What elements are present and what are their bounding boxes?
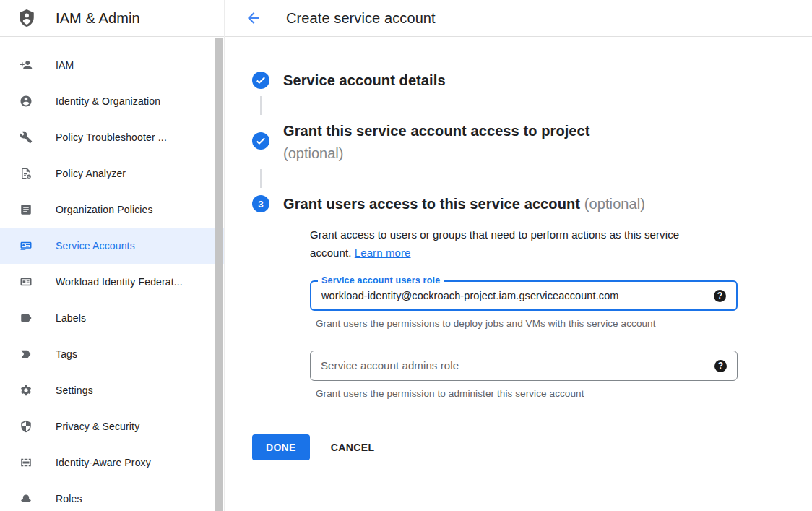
service-account-icon [20,239,33,252]
users-role-helper-text: Grant users the permissions to deploy jo… [316,318,812,329]
sidebar-item-label: IAM [56,59,74,71]
cancel-button[interactable]: CANCEL [331,434,375,460]
step-complete-check-icon [252,132,269,150]
gear-icon [20,384,33,397]
proxy-icon [20,456,33,469]
create-service-account-form: Service account details Grant this servi… [225,37,812,460]
step-grant-users-access: 3 Grant users access to this service acc… [252,194,812,214]
step-2-title: Grant this service account access to pro… [283,121,590,141]
sidebar-item-label: Organization Policies [56,204,153,215]
wrench-icon [20,131,33,144]
step-3-body: Grant access to users or groups that nee… [310,226,812,399]
sidebar-item-label: Privacy & Security [56,421,139,432]
sidebar-item-label: Policy Troubleshooter ... [56,132,167,143]
step-1-title: Service account details [283,70,446,90]
account-circle-icon [20,95,33,108]
step-3-number-badge: 3 [252,195,269,212]
iam-admin-shield-icon [17,8,36,28]
help-icon[interactable]: ? [714,360,727,372]
step-3-optional-label: (optional) [584,196,645,212]
service-account-users-role-field: Service account users role ? [310,280,738,311]
sidebar-item-label: Labels [56,312,86,324]
badge-card-icon [20,275,33,288]
sidebar: IAM & Admin IAMIdentity & OrganizationPo… [0,0,225,511]
sidebar-item-service-accounts[interactable]: Service Accounts [0,228,224,264]
sidebar-item-label: Service Accounts [56,240,135,252]
learn-more-link[interactable]: Learn more [355,246,411,259]
hat-icon [20,492,33,505]
shield-half-icon [20,420,33,433]
person-add-icon [20,59,33,72]
sidebar-item-policy-troubleshooter[interactable]: Policy Troubleshooter ... [0,119,224,155]
step-service-account-details: Service account details [252,70,812,90]
step-2-title-block: Grant this service account access to pro… [269,121,590,163]
sidebar-item-workload-identity-federation[interactable]: Workload Identity Federat... [0,264,224,300]
step-grant-project-access: Grant this service account access to pro… [252,121,812,163]
product-title: IAM & Admin [56,10,140,27]
sidebar-item-organization-policies[interactable]: Organization Policies [0,192,224,228]
done-button[interactable]: DONE [252,434,310,460]
sidebar-item-iam[interactable]: IAM [0,47,224,83]
sidebar-item-tags[interactable]: Tags [0,336,224,372]
step-3-title: Grant users access to this service accou… [283,194,645,214]
back-arrow-icon[interactable] [245,9,262,27]
sidebar-item-label: Settings [56,385,93,396]
sidebar-scrollbar[interactable] [215,38,223,511]
sidebar-item-label: Identity & Organization [56,95,160,107]
sidebar-item-label: Tags [56,348,77,360]
sidebar-item-identity-organization[interactable]: Identity & Organization [0,83,224,119]
topbar: Create service account [225,0,812,37]
sidebar-nav: IAMIdentity & OrganizationPolicy Trouble… [0,37,224,511]
step-connector-line [260,169,262,188]
admins-role-helper-text: Grant users the permission to administer… [316,388,812,399]
sidebar-item-roles[interactable]: Roles [0,481,224,511]
users-role-input[interactable] [321,290,705,301]
form-actions: DONE CANCEL [252,434,812,460]
step-3-title-text: Grant users access to this service accou… [283,196,580,212]
sidebar-item-identity-aware-proxy[interactable]: Identity-Aware Proxy [0,445,224,481]
page-title: Create service account [286,10,436,27]
sidebar-item-settings[interactable]: Settings [0,372,224,408]
sidebar-header: IAM & Admin [0,0,224,37]
sidebar-item-labels[interactable]: Labels [0,300,224,336]
step-connector-line [260,96,262,115]
tag-arrow-icon [20,348,33,361]
label-icon [20,312,33,325]
sidebar-item-label: Roles [56,493,82,504]
step-3-description: Grant access to users or groups that nee… [310,226,711,262]
article-icon [20,203,33,216]
sidebar-item-label: Identity-Aware Proxy [56,457,151,468]
step-complete-check-icon [252,72,269,89]
gcp-console-window: IAM & Admin IAMIdentity & OrganizationPo… [0,0,812,511]
main-panel: Create service account Service account d… [225,0,812,511]
sidebar-item-policy-analyzer[interactable]: Policy Analyzer [0,155,224,192]
step-2-optional-label: (optional) [283,143,590,163]
admins-role-input[interactable] [321,360,706,372]
sidebar-item-label: Workload Identity Federat... [56,276,183,288]
help-icon[interactable]: ? [714,290,726,302]
sidebar-item-label: Policy Analyzer [56,168,126,179]
sidebar-item-privacy-security[interactable]: Privacy & Security [0,408,224,445]
policy-doc-icon [20,167,33,180]
service-account-admins-role-field: ? [310,351,738,381]
users-role-field-label: Service account users role [318,275,444,285]
